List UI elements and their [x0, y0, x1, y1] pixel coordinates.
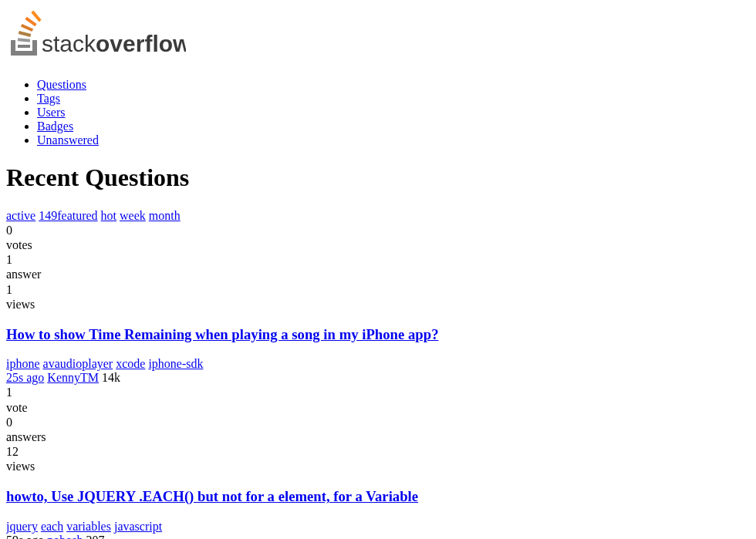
tag-link[interactable]: iphone — [6, 357, 40, 370]
nav-unanswered[interactable]: Unanswered — [37, 133, 99, 147]
user-link[interactable]: nobosh — [47, 534, 83, 539]
votes-count: 1 — [6, 385, 750, 399]
time-link[interactable]: 25s ago — [6, 371, 44, 384]
page-title: Recent Questions — [6, 163, 750, 192]
nav-questions[interactable]: Questions — [37, 78, 86, 91]
tag-link[interactable]: xcode — [116, 357, 145, 370]
views-label: views — [6, 459, 750, 473]
question-title-link[interactable]: How to show Time Remaining when playing … — [6, 326, 439, 342]
votes-label: votes — [6, 237, 750, 252]
answers-label: answer — [6, 267, 750, 281]
question-tags: jquery each variables javascript — [6, 520, 750, 534]
tab-month[interactable]: month — [149, 209, 181, 222]
tab-featured[interactable]: 149featured — [39, 209, 97, 222]
time-text: 59s ago — [6, 534, 44, 539]
answers-count: 0 — [6, 415, 750, 430]
views-count: 12 — [6, 444, 750, 459]
stackoverflow-logo-icon: stackoverflow — [6, 9, 186, 59]
user-link[interactable]: KennyTM — [47, 371, 99, 384]
question-tags: iphone avaudioplayer xcode iphone-sdk — [6, 357, 750, 371]
svg-rect-5 — [31, 11, 41, 22]
svg-rect-2 — [19, 31, 31, 37]
question-title-link[interactable]: howto, Use JQUERY .EACH() but not for a … — [6, 488, 418, 504]
svg-rect-3 — [21, 24, 33, 32]
tab-hot[interactable]: hot — [101, 209, 116, 222]
svg-rect-0 — [18, 45, 30, 48]
user-rep: 14k — [102, 371, 120, 384]
question-summary: 1 vote 0 answers 12 views howto, Use JQU… — [6, 385, 750, 539]
logo-text-overflow: overflow — [96, 31, 186, 56]
user-rep: 207 — [86, 534, 105, 539]
nav-list: Questions Tags Users Badges Unanswered — [6, 78, 750, 147]
tab-week[interactable]: week — [120, 209, 146, 222]
question-meta: 25s ago KennyTM 14k — [6, 371, 750, 385]
answers-count: 1 — [6, 252, 750, 267]
right-side-list — [741, 159, 750, 173]
tag-link[interactable]: each — [41, 520, 63, 533]
votes-count: 0 — [6, 223, 750, 237]
svg-rect-4 — [25, 17, 36, 27]
nav-tags[interactable]: Tags — [37, 92, 60, 105]
views-count: 1 — [6, 282, 750, 297]
tag-link[interactable]: variables — [66, 520, 111, 533]
views-label: views — [6, 297, 750, 312]
question-meta: 59s ago nobosh 207 — [6, 534, 750, 539]
logo-link[interactable]: stackoverflow — [6, 9, 186, 59]
sort-tabs: active 149featured hot week month — [6, 209, 750, 223]
answers-label: answers — [6, 430, 750, 444]
tag-link[interactable]: jquery — [6, 520, 38, 533]
question-summary: 0 votes 1 answer 1 views How to show Tim… — [6, 223, 750, 386]
nav-badges[interactable]: Badges — [37, 120, 73, 133]
tag-link[interactable]: javascript — [114, 520, 162, 533]
votes-label: vote — [6, 400, 750, 415]
svg-text:stackoverflow: stackoverflow — [42, 31, 186, 56]
tag-link[interactable]: avaudioplayer — [43, 357, 113, 370]
tab-active[interactable]: active — [6, 209, 35, 222]
nav-users[interactable]: Users — [37, 106, 65, 119]
svg-rect-1 — [18, 38, 30, 42]
tag-link[interactable]: iphone-sdk — [148, 357, 203, 370]
logo-text-stack: stack — [42, 31, 96, 56]
